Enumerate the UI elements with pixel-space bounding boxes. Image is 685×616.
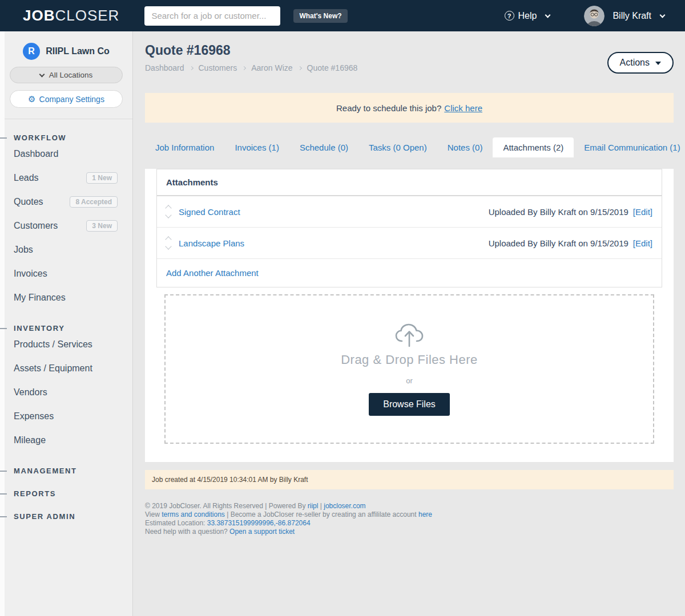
company-settings-button[interactable]: ⚙ Company Settings — [10, 90, 123, 108]
sidebar-item-mileage[interactable]: Mileage — [0, 428, 132, 452]
breadcrumb-customer-name[interactable]: Aaron Wize — [251, 63, 292, 72]
jobcloser-link[interactable]: jobcloser.com — [324, 502, 365, 510]
tab-tasks[interactable]: Tasks (0 Open) — [358, 137, 437, 157]
sidebar-item-leads[interactable]: Leads 1 New — [0, 166, 132, 190]
chevron-down-icon — [545, 12, 551, 18]
search-input[interactable] — [144, 6, 280, 26]
dash-icon — [0, 137, 7, 139]
footer-line-location: Estimated Location: 33.387315199999996,-… — [145, 519, 674, 528]
job-created-strip: Job created at 4/15/2019 10:34:01 AM by … — [145, 470, 674, 489]
help-menu[interactable]: ? Help — [505, 11, 550, 21]
customers-badge: 3 New — [86, 220, 118, 232]
tab-attachments[interactable]: Attachments (2) — [493, 137, 574, 157]
sidebar-item-jobs[interactable]: Jobs — [0, 238, 132, 262]
attachments-card-title: Attachments — [157, 169, 662, 196]
sidebar-item-label: Mileage — [14, 435, 46, 445]
tab-email-communication[interactable]: Email Communication (1) — [574, 137, 685, 157]
browse-files-button[interactable]: Browse Files — [369, 393, 450, 416]
sidebar-section-management[interactable]: MANAGEMENT — [0, 467, 132, 475]
footer-line-terms: View terms and conditions | Become a Job… — [145, 510, 674, 519]
sidebar-item-products-services[interactable]: Products / Services — [0, 333, 132, 356]
reorder-handle — [166, 237, 171, 249]
file-dropzone[interactable]: Drag & Drop Files Here or Browse Files — [164, 294, 654, 444]
company-logo: R — [23, 43, 40, 60]
dash-icon — [0, 471, 7, 472]
sidebar-item-label: My Finances — [14, 293, 66, 303]
sidebar-section-workflow[interactable]: WORKFLOW — [0, 133, 132, 142]
tab-job-information[interactable]: Job Information — [145, 137, 224, 157]
help-icon: ? — [505, 11, 514, 21]
sidebar-item-dashboard[interactable]: Dashboard — [0, 142, 132, 166]
schedule-banner: Ready to schedule this job? Click here — [145, 93, 674, 123]
sidebar-divider — [0, 119, 132, 119]
support-ticket-link[interactable]: Open a support ticket — [229, 528, 295, 536]
tab-notes[interactable]: Notes (0) — [437, 137, 493, 157]
main-area: Quote #16968 Dashboard Customers Aaron W… — [134, 31, 685, 616]
locations-dropdown[interactable]: All Locations — [10, 67, 123, 83]
dash-icon — [0, 493, 7, 495]
sidebar-section-super-admin[interactable]: SUPER ADMIN — [0, 512, 132, 521]
breadcrumb: Dashboard Customers Aaron Wize Quote #16… — [145, 63, 674, 72]
dropzone-or-text: or — [406, 376, 413, 385]
chevron-up-icon[interactable] — [165, 205, 171, 211]
sidebar-item-label: Leads — [14, 173, 39, 183]
estimated-location-link[interactable]: 33.387315199999996,-86.872064 — [207, 519, 311, 527]
sidebar-item-quotes[interactable]: Quotes 8 Accepted — [0, 190, 132, 214]
table-row: Signed Contract Uploaded By Billy Kraft … — [157, 196, 662, 228]
banner-text: Ready to schedule this job? — [336, 103, 441, 113]
user-menu[interactable]: Billy Kraft — [613, 11, 664, 21]
section-label: INVENTORY — [14, 324, 65, 333]
edit-attachment-link[interactable]: [Edit] — [633, 207, 652, 217]
footer-text: | Become a JobCloser re-seller by creati… — [225, 510, 418, 518]
copyright-text: © 2019 JobCloser. All Rights Reserved | … — [145, 502, 308, 510]
footer-text: Need help with a question? — [145, 528, 229, 536]
sidebar-item-expenses[interactable]: Expenses — [0, 404, 132, 428]
sidebar-section-reports[interactable]: REPORTS — [0, 489, 132, 498]
top-navbar: JOBCLOSER What's New? ? Help — [0, 0, 685, 31]
add-another-attachment-link[interactable]: Add Another Attachment — [166, 268, 259, 278]
company-header[interactable]: R RIIPL Lawn Co — [0, 43, 132, 60]
riipl-link[interactable]: riipl — [308, 502, 319, 510]
sidebar-item-customers[interactable]: Customers 3 New — [0, 214, 132, 238]
attachment-link[interactable]: Landscape Plans — [179, 238, 244, 248]
company-name: RIIPL Lawn Co — [46, 46, 110, 56]
sidebar-section-inventory[interactable]: INVENTORY — [0, 324, 132, 333]
whats-new-button[interactable]: What's New? — [293, 9, 347, 23]
user-name: Billy Kraft — [613, 11, 651, 21]
sidebar-item-invoices[interactable]: Invoices — [0, 262, 132, 286]
breadcrumb-dashboard[interactable]: Dashboard — [145, 63, 184, 72]
avatar[interactable] — [584, 6, 605, 26]
section-label: REPORTS — [14, 489, 56, 498]
logo-light: CLOSER — [55, 7, 119, 24]
sidebar-item-vendors[interactable]: Vendors — [0, 380, 132, 404]
cloud-upload-icon — [394, 323, 424, 347]
chevron-right-icon — [298, 66, 302, 70]
leads-badge: 1 New — [86, 172, 118, 184]
uploaded-by-text: Uploaded By Billy Kraft on 9/15/2019 — [489, 207, 628, 217]
actions-button[interactable]: Actions — [607, 52, 674, 74]
edit-attachment-link[interactable]: [Edit] — [633, 238, 652, 248]
section-label: MANAGEMENT — [14, 467, 77, 475]
attachment-link[interactable]: Signed Contract — [179, 207, 240, 217]
quotes-badge: 8 Accepted — [70, 196, 118, 208]
sidebar-item-assets-equipment[interactable]: Assets / Equipment — [0, 356, 132, 380]
sidebar-item-label: Assets / Equipment — [14, 363, 92, 374]
terms-and-conditions-link[interactable]: terms and conditions — [162, 510, 225, 518]
chevron-right-icon — [189, 66, 193, 70]
breadcrumb-customers[interactable]: Customers — [199, 63, 237, 72]
app-logo[interactable]: JOBCLOSER — [23, 7, 119, 25]
chevron-up-icon[interactable] — [165, 236, 171, 242]
chevron-down-icon[interactable] — [165, 243, 171, 249]
tab-invoices[interactable]: Invoices (1) — [224, 137, 289, 157]
caret-down-icon — [655, 62, 661, 65]
sidebar: R RIIPL Lawn Co All Locations ⚙ Company … — [0, 31, 133, 616]
chevron-down-icon[interactable] — [165, 212, 171, 218]
actions-label: Actions — [620, 58, 650, 68]
banner-click-here-link[interactable]: Click here — [444, 103, 482, 113]
affiliate-here-link[interactable]: here — [418, 510, 432, 518]
footer-text: Estimated Location: — [145, 519, 207, 527]
tab-schedule[interactable]: Schedule (0) — [289, 137, 358, 157]
dropzone-title: Drag & Drop Files Here — [341, 352, 478, 367]
page-footer: © 2019 JobCloser. All Rights Reserved | … — [145, 502, 674, 536]
sidebar-item-my-finances[interactable]: My Finances — [0, 286, 132, 310]
